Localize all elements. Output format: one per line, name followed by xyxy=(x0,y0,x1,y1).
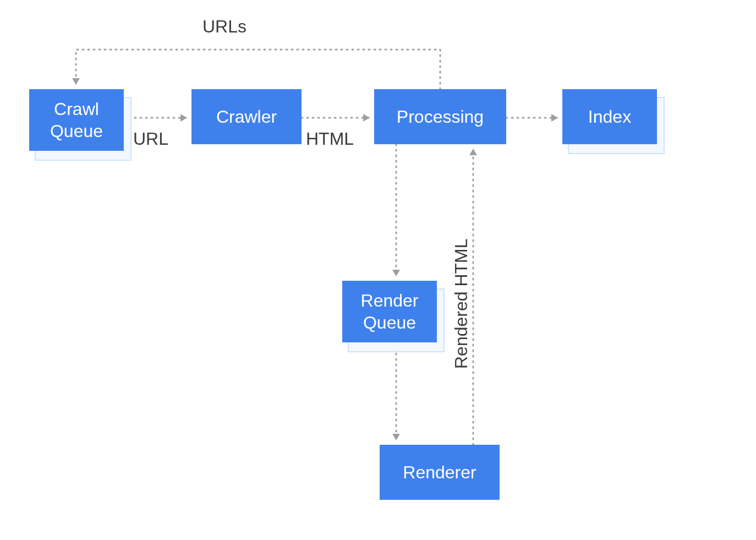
arrow-processing-to-crawlqueue xyxy=(76,50,440,89)
node-crawl-queue: Crawl Queue xyxy=(29,89,124,151)
edge-label-url: URL xyxy=(133,129,168,149)
arrowhead-crawlqueue-to-crawler xyxy=(180,114,187,122)
arrow-layer xyxy=(0,0,756,540)
node-crawler: Crawler xyxy=(191,89,302,144)
node-index: Index xyxy=(562,89,657,144)
node-render-queue: Render Queue xyxy=(342,281,437,342)
arrowhead-renderqueue-to-renderer xyxy=(392,434,400,440)
arrowhead-renderer-to-processing xyxy=(469,149,477,155)
edge-label-html: HTML xyxy=(306,129,354,149)
edge-label-urls: URLs xyxy=(202,17,246,37)
node-processing: Processing xyxy=(374,89,506,144)
arrowhead-crawler-to-processing xyxy=(363,114,370,122)
arrowhead-processing-to-crawlqueue xyxy=(72,78,80,85)
arrowhead-processing-to-index xyxy=(551,114,558,122)
diagram-canvas: { "nodes": { "crawl_queue": { "label": "… xyxy=(0,0,756,540)
arrowhead-processing-to-renderqueue xyxy=(392,270,400,276)
edge-label-rendered-html: Rendered HTML xyxy=(451,238,472,369)
node-renderer: Renderer xyxy=(380,445,500,500)
